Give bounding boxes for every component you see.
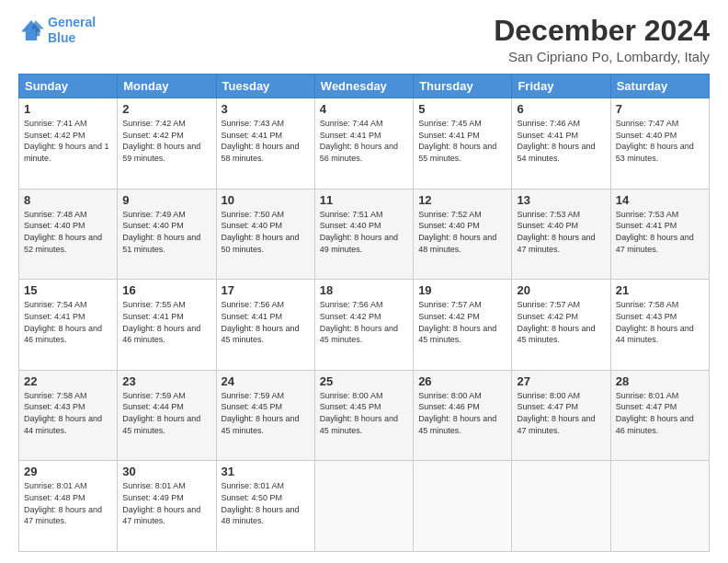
cell-text: Sunrise: 8:01 AM Sunset: 4:49 PM Dayligh…	[122, 480, 210, 526]
day-number: 31	[222, 465, 310, 478]
logo-text: General Blue	[48, 15, 96, 46]
table-row: 22 Sunrise: 7:58 AM Sunset: 4:43 PM Dayl…	[19, 370, 118, 461]
calendar-week-row: 15 Sunrise: 7:54 AM Sunset: 4:41 PM Dayl…	[19, 280, 710, 371]
col-thursday: Thursday	[414, 75, 512, 98]
logo: General Blue	[18, 15, 96, 46]
table-row: 5 Sunrise: 7:45 AM Sunset: 4:41 PM Dayli…	[414, 98, 512, 190]
day-number: 25	[320, 374, 408, 388]
day-number: 11	[320, 193, 408, 207]
table-row: 18 Sunrise: 7:56 AM Sunset: 4:42 PM Dayl…	[314, 280, 413, 371]
page: General Blue December 2024 San Cipriano …	[0, 0, 728, 563]
day-number: 2	[122, 102, 210, 116]
table-row: 14 Sunrise: 7:53 AM Sunset: 4:41 PM Dayl…	[610, 189, 709, 280]
col-friday: Friday	[512, 75, 610, 98]
logo-line2: Blue	[48, 30, 75, 45]
table-row: 13 Sunrise: 7:53 AM Sunset: 4:40 PM Dayl…	[512, 189, 610, 280]
day-number: 14	[616, 193, 704, 207]
table-row: 23 Sunrise: 7:59 AM Sunset: 4:44 PM Dayl…	[118, 370, 216, 461]
day-number: 10	[222, 193, 310, 207]
logo-line1: General	[48, 15, 96, 29]
cell-text: Sunrise: 7:53 AM Sunset: 4:40 PM Dayligh…	[517, 209, 605, 255]
table-row: 19 Sunrise: 7:57 AM Sunset: 4:42 PM Dayl…	[414, 280, 512, 371]
cell-text: Sunrise: 7:59 AM Sunset: 4:45 PM Dayligh…	[222, 390, 310, 436]
day-number: 5	[418, 102, 506, 116]
cell-text: Sunrise: 7:51 AM Sunset: 4:40 PM Dayligh…	[320, 209, 408, 255]
cell-text: Sunrise: 8:00 AM Sunset: 4:46 PM Dayligh…	[418, 390, 506, 436]
month-title: December 2024	[494, 15, 710, 47]
cell-text: Sunrise: 7:42 AM Sunset: 4:42 PM Dayligh…	[122, 118, 210, 164]
cell-text: Sunrise: 7:45 AM Sunset: 4:41 PM Dayligh…	[418, 118, 506, 164]
day-number: 24	[222, 374, 310, 388]
day-number: 22	[24, 374, 112, 388]
day-number: 8	[24, 193, 112, 207]
cell-text: Sunrise: 7:41 AM Sunset: 4:42 PM Dayligh…	[24, 118, 112, 164]
cell-text: Sunrise: 7:48 AM Sunset: 4:40 PM Dayligh…	[24, 209, 112, 255]
day-number: 3	[222, 102, 310, 116]
header: General Blue December 2024 San Cipriano …	[18, 15, 710, 64]
table-row: 8 Sunrise: 7:48 AM Sunset: 4:40 PM Dayli…	[19, 189, 118, 280]
table-row: 4 Sunrise: 7:44 AM Sunset: 4:41 PM Dayli…	[314, 98, 413, 190]
day-number: 27	[517, 374, 605, 388]
cell-text: Sunrise: 7:57 AM Sunset: 4:42 PM Dayligh…	[418, 299, 506, 345]
cell-text: Sunrise: 7:56 AM Sunset: 4:42 PM Dayligh…	[320, 299, 408, 345]
day-number: 18	[320, 283, 408, 297]
table-row: 3 Sunrise: 7:43 AM Sunset: 4:41 PM Dayli…	[216, 98, 314, 190]
calendar-header-row: Sunday Monday Tuesday Wednesday Thursday…	[19, 75, 710, 98]
day-number: 16	[122, 283, 210, 297]
table-row: 1 Sunrise: 7:41 AM Sunset: 4:42 PM Dayli…	[19, 98, 118, 190]
day-number: 1	[24, 102, 112, 116]
cell-text: Sunrise: 7:59 AM Sunset: 4:44 PM Dayligh…	[122, 390, 210, 436]
col-monday: Monday	[118, 75, 216, 98]
empty-cell	[314, 461, 413, 552]
cell-text: Sunrise: 7:54 AM Sunset: 4:41 PM Dayligh…	[24, 299, 112, 345]
cell-text: Sunrise: 8:01 AM Sunset: 4:50 PM Dayligh…	[222, 480, 310, 526]
day-number: 6	[517, 102, 605, 116]
day-number: 12	[418, 193, 506, 207]
cell-text: Sunrise: 7:53 AM Sunset: 4:41 PM Dayligh…	[616, 209, 704, 255]
cell-text: Sunrise: 8:01 AM Sunset: 4:47 PM Dayligh…	[616, 390, 704, 436]
day-number: 9	[122, 193, 210, 207]
location-title: San Cipriano Po, Lombardy, Italy	[494, 49, 710, 64]
table-row: 15 Sunrise: 7:54 AM Sunset: 4:41 PM Dayl…	[19, 280, 118, 371]
calendar-week-row: 22 Sunrise: 7:58 AM Sunset: 4:43 PM Dayl…	[19, 370, 710, 461]
cell-text: Sunrise: 7:46 AM Sunset: 4:41 PM Dayligh…	[517, 118, 605, 164]
day-number: 19	[418, 283, 506, 297]
cell-text: Sunrise: 7:47 AM Sunset: 4:40 PM Dayligh…	[616, 118, 704, 164]
cell-text: Sunrise: 7:57 AM Sunset: 4:42 PM Dayligh…	[517, 299, 605, 345]
cell-text: Sunrise: 7:55 AM Sunset: 4:41 PM Dayligh…	[122, 299, 210, 345]
table-row: 9 Sunrise: 7:49 AM Sunset: 4:40 PM Dayli…	[118, 189, 216, 280]
table-row: 27 Sunrise: 8:00 AM Sunset: 4:47 PM Dayl…	[512, 370, 610, 461]
cell-text: Sunrise: 7:58 AM Sunset: 4:43 PM Dayligh…	[24, 390, 112, 436]
table-row: 21 Sunrise: 7:58 AM Sunset: 4:43 PM Dayl…	[610, 280, 709, 371]
day-number: 4	[320, 102, 408, 116]
day-number: 15	[24, 283, 112, 297]
table-row: 26 Sunrise: 8:00 AM Sunset: 4:46 PM Dayl…	[414, 370, 512, 461]
day-number: 23	[122, 374, 210, 388]
day-number: 26	[418, 374, 506, 388]
col-wednesday: Wednesday	[314, 75, 413, 98]
table-row: 20 Sunrise: 7:57 AM Sunset: 4:42 PM Dayl…	[512, 280, 610, 371]
empty-cell	[512, 461, 610, 552]
calendar-table: Sunday Monday Tuesday Wednesday Thursday…	[18, 74, 710, 552]
title-section: December 2024 San Cipriano Po, Lombardy,…	[494, 15, 710, 64]
cell-text: Sunrise: 7:44 AM Sunset: 4:41 PM Dayligh…	[320, 118, 408, 164]
cell-text: Sunrise: 7:43 AM Sunset: 4:41 PM Dayligh…	[222, 118, 310, 164]
table-row: 2 Sunrise: 7:42 AM Sunset: 4:42 PM Dayli…	[118, 98, 216, 190]
table-row: 10 Sunrise: 7:50 AM Sunset: 4:40 PM Dayl…	[216, 189, 314, 280]
day-number: 7	[616, 102, 704, 116]
col-tuesday: Tuesday	[216, 75, 314, 98]
empty-cell	[414, 461, 512, 552]
calendar-week-row: 8 Sunrise: 7:48 AM Sunset: 4:40 PM Dayli…	[19, 189, 710, 280]
cell-text: Sunrise: 7:56 AM Sunset: 4:41 PM Dayligh…	[222, 299, 310, 345]
day-number: 30	[122, 465, 210, 478]
day-number: 20	[517, 283, 605, 297]
table-row: 29 Sunrise: 8:01 AM Sunset: 4:48 PM Dayl…	[19, 461, 118, 552]
logo-icon	[18, 17, 44, 43]
table-row: 28 Sunrise: 8:01 AM Sunset: 4:47 PM Dayl…	[610, 370, 709, 461]
day-number: 21	[616, 283, 704, 297]
cell-text: Sunrise: 7:50 AM Sunset: 4:40 PM Dayligh…	[222, 209, 310, 255]
day-number: 28	[616, 374, 704, 388]
empty-cell	[610, 461, 709, 552]
table-row: 6 Sunrise: 7:46 AM Sunset: 4:41 PM Dayli…	[512, 98, 610, 190]
day-number: 29	[24, 465, 112, 478]
